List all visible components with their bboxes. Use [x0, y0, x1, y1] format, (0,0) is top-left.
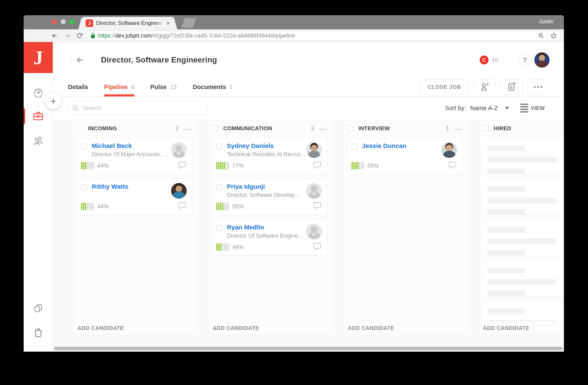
browser-tab[interactable]: J Director, Software Engineering × [82, 17, 174, 29]
zoom-window-button[interactable] [69, 19, 75, 24]
collapse-column-icon[interactable]: →← [453, 125, 462, 132]
view-list-icon [520, 104, 528, 113]
add-candidate-button[interactable]: ADD CANDIDATE [73, 322, 198, 335]
sort-by-label: Sort by: [445, 105, 466, 112]
candidate-subtitle: Director Of Major Accounts, … [92, 151, 169, 158]
candidate-name-link[interactable]: Priya Idgunji [227, 183, 300, 190]
match-gauge [216, 203, 229, 210]
column-incoming: INCOMING 2 →← Michael Beck Director [73, 120, 199, 335]
back-icon[interactable] [49, 29, 60, 42]
close-window-button[interactable] [52, 19, 57, 24]
candidate-card[interactable]: Jessie Duncan 55% [347, 138, 462, 174]
tab-pulse-count: 13 [170, 83, 177, 90]
candidate-card[interactable]: Priya Idgunji Director, Software Develop… [212, 179, 327, 215]
collapse-column-icon[interactable]: →← [183, 125, 192, 132]
bookmark-star-icon[interactable] [550, 32, 557, 39]
reload-icon[interactable] [74, 29, 85, 42]
sort-value[interactable]: Name A-Z [470, 105, 498, 112]
column-select-checkbox[interactable] [212, 125, 218, 131]
card-select-checkbox[interactable] [352, 143, 357, 149]
candidate-name-link[interactable]: Ryan Medlin [227, 224, 303, 231]
back-arrow-icon [76, 56, 85, 64]
match-gauge [352, 162, 364, 169]
candidate-card[interactable]: Ryan Medlin Director Of Software Engine… [212, 219, 327, 256]
candidate-name-link[interactable]: Ritthy Watts [92, 183, 128, 190]
url-text: https://dev.jobjet.com/#/gigg/72ef23fa-c… [98, 33, 295, 39]
candidate-name-link[interactable]: Jessie Duncan [362, 142, 406, 149]
forward-icon[interactable] [62, 29, 73, 42]
collapse-column-icon[interactable]: →← [318, 125, 327, 132]
close-job-button[interactable]: CLOSE JOB [420, 79, 468, 95]
comment-icon[interactable] [313, 202, 322, 211]
card-select-checkbox[interactable] [81, 143, 87, 149]
add-candidate-button[interactable]: ADD CANDIDATE [479, 322, 564, 335]
add-person-button[interactable] [474, 79, 496, 95]
search-input[interactable] [82, 105, 203, 111]
add-candidate-button[interactable]: ADD CANDIDATE [344, 322, 469, 335]
add-new-button[interactable]: + [45, 93, 62, 109]
main-panel: Director, Software Engineering C 10 ? [53, 42, 564, 351]
search-box[interactable] [68, 101, 207, 115]
add-candidate-button[interactable]: ADD CANDIDATE [209, 322, 334, 335]
tab-pulse[interactable]: Pulse 13 [150, 78, 177, 96]
os-user-label: Justin [539, 18, 553, 25]
more-actions-button[interactable]: ••• [528, 79, 549, 95]
more-icon: ••• [534, 83, 544, 91]
credits-badge[interactable]: C [480, 56, 488, 64]
traffic-lights [52, 19, 75, 24]
candidate-avatar [171, 183, 187, 199]
comment-icon[interactable] [177, 202, 187, 211]
tab-close-icon[interactable]: × [166, 20, 170, 26]
column-count: 2 [176, 125, 179, 132]
person-add-icon [480, 82, 489, 92]
user-avatar[interactable] [534, 52, 549, 68]
card-select-checkbox[interactable] [81, 184, 87, 190]
url-bar[interactable]: https://dev.jobjet.com/#/gigg/72ef23fa-c… [87, 31, 561, 41]
sidebar-item-duplicates[interactable] [24, 303, 53, 313]
dashboard-icon [33, 87, 43, 97]
zoom-page-icon[interactable] [538, 32, 545, 39]
add-document-button[interactable] [501, 79, 523, 95]
column-cards [479, 137, 564, 322]
column-select-checkbox[interactable] [77, 125, 83, 131]
minimize-window-button[interactable] [61, 19, 66, 24]
candidate-card[interactable]: Michael Beck Director Of Major Accounts,… [77, 138, 192, 174]
https-lock-icon [90, 33, 96, 39]
view-button[interactable]: VIEW [520, 104, 545, 113]
skeleton-card [482, 179, 564, 215]
comment-icon[interactable] [313, 161, 322, 171]
page-header: Director, Software Engineering C 10 ? [68, 50, 549, 69]
candidate-card[interactable]: Sydney Daniels Technical Recruiter At Re… [212, 138, 327, 174]
column-select-checkbox[interactable] [347, 125, 353, 131]
view-label: VIEW [531, 105, 545, 111]
candidate-name-link[interactable]: Michael Beck [92, 142, 169, 149]
card-select-checkbox[interactable] [216, 225, 222, 231]
comment-icon[interactable] [448, 161, 457, 171]
column-count: 3 [311, 125, 314, 132]
candidate-name-link[interactable]: Sydney Daniels [227, 142, 306, 149]
sort-caret-icon[interactable] [505, 107, 509, 109]
skeleton-card [482, 219, 564, 256]
comment-icon[interactable] [177, 161, 187, 171]
comment-icon[interactable] [313, 242, 322, 252]
tab-documents[interactable]: Documents 1 [193, 78, 233, 96]
sidebar-item-trash[interactable] [24, 327, 53, 338]
column-header: HIRED [479, 120, 564, 137]
sidebar-item-jobs[interactable] [24, 111, 53, 121]
trash-icon [34, 327, 43, 338]
candidate-card[interactable]: Ritthy Watts 44% [77, 179, 192, 215]
skeleton-card [482, 301, 564, 322]
tab-pipeline[interactable]: Pipeline 6 [104, 78, 134, 96]
card-select-checkbox[interactable] [216, 143, 222, 149]
card-select-checkbox[interactable] [216, 184, 222, 190]
jobjet-logo[interactable]: J [24, 42, 53, 73]
help-button[interactable]: ? [518, 53, 531, 66]
column-cards: Michael Beck Director Of Major Accounts,… [73, 137, 198, 322]
sidebar-item-candidates[interactable] [24, 135, 53, 146]
new-tab-button[interactable] [182, 18, 196, 28]
column-select-checkbox[interactable] [483, 125, 488, 131]
back-button[interactable] [71, 52, 89, 68]
tab-details[interactable]: Details [68, 78, 88, 96]
candidate-subtitle: Director Of Software Engine… [227, 233, 303, 239]
horizontal-scrollbar[interactable] [54, 346, 563, 350]
